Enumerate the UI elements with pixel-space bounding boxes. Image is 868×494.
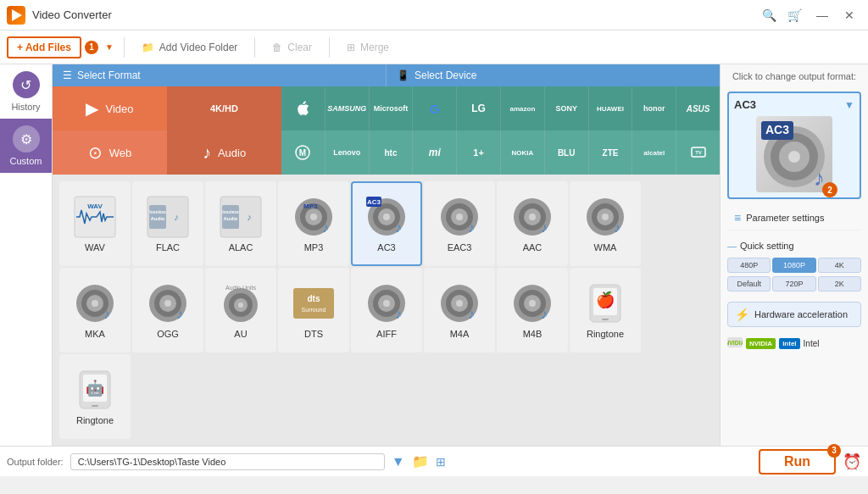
merge-button[interactable]: ⊞ Merge — [337, 38, 399, 57]
brand-google[interactable]: G — [413, 86, 457, 130]
svg-text:MP3: MP3 — [303, 203, 318, 210]
brand-sony[interactable]: SONY — [545, 86, 589, 130]
format-item-wav[interactable]: WAV WAV — [59, 181, 131, 266]
svg-text:TV: TV — [695, 150, 702, 155]
format-item-ogg[interactable]: ♪ OGG — [132, 268, 203, 352]
svg-text:lossless: lossless — [222, 209, 239, 214]
cat-4k-button[interactable]: 4K/HD — [167, 86, 281, 130]
res-4k[interactable]: 4K — [818, 258, 861, 273]
format-item-au[interactable]: Audio Units AU — [205, 268, 276, 352]
format-item-alac[interactable]: lossless Audio ♪ ALAC — [205, 181, 276, 266]
close-button[interactable]: ✕ — [837, 6, 861, 25]
toolbar: + Add Files 1 ▼ 📁 Add Video Folder 🗑 Cle… — [0, 31, 868, 64]
svg-text:♪: ♪ — [614, 220, 620, 235]
cat-web-button[interactable]: ⊙ Web — [53, 130, 167, 175]
parameter-icon: ≡ — [734, 211, 741, 225]
format-item-ringtone-android[interactable]: 🤖 Ringtone — [59, 354, 131, 439]
brand-honor[interactable]: honor — [632, 86, 676, 130]
res-480p[interactable]: 480P — [727, 258, 771, 273]
format-item-flac[interactable]: lossless Audio ♪ FLAC — [132, 181, 203, 266]
res-720p[interactable]: 720P — [772, 276, 815, 291]
parameter-settings-button[interactable]: ≡ Parameter settings — [727, 206, 861, 230]
format-item-mka[interactable]: ♪ MKA — [59, 268, 131, 352]
ringtone-apple-icon: 🍎 — [583, 281, 627, 325]
output-format-header: AC3 ▼ — [734, 98, 854, 111]
svg-point-48 — [92, 300, 98, 307]
output-format-name: AC3 — [734, 98, 756, 111]
format-item-m4b[interactable]: ♪ M4B — [497, 268, 568, 352]
brand-tv[interactable]: TV — [676, 130, 720, 175]
svg-point-66 — [383, 300, 390, 307]
aac-icon: ♪ — [510, 195, 554, 239]
brand-apple[interactable] — [281, 86, 326, 130]
brand-asus[interactable]: ASUS — [676, 86, 720, 130]
clear-button[interactable]: 🗑 Clear — [262, 38, 322, 57]
brand-microsoft[interactable]: Microsoft — [370, 86, 414, 130]
cat-video-label: Video — [105, 103, 133, 115]
separator-2 — [254, 37, 255, 58]
svg-text:WAV: WAV — [87, 203, 103, 210]
output-format-box[interactable]: AC3 ▼ AC3 ♪ 2 — [727, 92, 861, 199]
sidebar-item-custom[interactable]: ⚙ Custom — [0, 119, 52, 173]
resolution-grid-top: 480P 1080P 4K — [727, 258, 861, 273]
hw-icon: ⚡ — [735, 308, 749, 321]
output-folder-label: Output folder: — [7, 457, 64, 467]
cat-audio-button[interactable]: ♪ Audio — [167, 130, 281, 175]
format-item-aac[interactable]: ♪ AAC — [497, 181, 568, 266]
run-label: Run — [784, 454, 810, 469]
schedule-button[interactable]: ⏰ — [843, 452, 861, 471]
format-item-ac3[interactable]: AC3 ♪ AC3 — [351, 181, 422, 266]
svg-text:♪: ♪ — [103, 307, 110, 321]
format-item-m4a[interactable]: ♪ M4A — [424, 268, 495, 352]
cart-icon[interactable]: 🛒 — [785, 6, 804, 25]
format-item-wma[interactable]: ♪ WMA — [570, 181, 641, 266]
minimize-button[interactable]: — — [810, 6, 834, 25]
format-item-dts[interactable]: dts Surround DTS — [278, 268, 349, 352]
format-item-mp3[interactable]: MP3 ♪ MP3 — [278, 181, 349, 266]
sidebar-item-history[interactable]: ↺ History — [0, 64, 52, 119]
add-files-button[interactable]: + Add Files — [7, 36, 81, 58]
wma-label: WMA — [594, 242, 617, 253]
brand-xiaomi[interactable]: mi — [413, 130, 457, 175]
brand-oneplus[interactable]: 1+ — [457, 130, 501, 175]
svg-text:AC3: AC3 — [367, 198, 381, 206]
add-folder-button[interactable]: 📁 Add Video Folder — [131, 38, 248, 57]
browse-folder-button[interactable]: ▼ — [392, 454, 405, 469]
wma-icon: ♪ — [583, 195, 627, 239]
brand-blu[interactable]: BLU — [545, 130, 589, 175]
res-default[interactable]: Default — [727, 276, 771, 291]
res-1080p[interactable]: 1080P — [772, 258, 815, 273]
brand-alcatel[interactable]: alcatel — [632, 130, 676, 175]
right-panel: Click to change output format: AC3 ▼ AC3… — [720, 64, 868, 446]
brand-nokia[interactable]: NOKIA — [501, 130, 545, 175]
res-2k[interactable]: 2K — [818, 276, 861, 291]
folder-action-button[interactable]: ⊞ — [436, 455, 446, 469]
brand-zte[interactable]: ZTE — [589, 130, 633, 175]
search-icon[interactable]: 🔍 — [760, 6, 778, 25]
open-folder-button[interactable]: 📁 — [412, 453, 429, 469]
format-left-categories: ▶ Video 4K/HD ⊙ Web ♪ Audio — [53, 86, 281, 175]
add-files-dropdown[interactable]: ▼ — [102, 39, 117, 55]
format-item-ringtone-apple[interactable]: 🍎 Ringtone — [570, 268, 641, 352]
brand-huawei[interactable]: HUAWEI — [589, 86, 633, 130]
svg-point-58 — [238, 303, 243, 308]
brand-amazon[interactable]: amazon — [501, 86, 545, 130]
brand-lenovo[interactable]: Lenovo — [326, 130, 370, 175]
svg-rect-60 — [293, 288, 334, 319]
custom-icon: ⚙ — [13, 125, 40, 153]
quick-settings-label: Quick setting — [740, 241, 794, 251]
window-controls: — ✕ — [810, 6, 861, 25]
brand-htc[interactable]: htc — [370, 130, 414, 175]
cat-video-button[interactable]: ▶ Video — [53, 86, 167, 130]
format-item-eac3[interactable]: ♪ EAC3 — [424, 181, 495, 266]
hardware-acceleration-button[interactable]: ⚡ Hardware acceleration — [727, 302, 861, 327]
format-header-icon: ☰ — [63, 69, 72, 81]
cat-web-label: Web — [109, 147, 132, 159]
brand-lg[interactable]: LG — [457, 86, 501, 130]
brand-samsung[interactable]: SAMSUNG — [326, 86, 370, 130]
output-folder-path[interactable]: C:\Users\TG-1\Desktop\Taste Video — [70, 453, 385, 470]
format-item-aiff[interactable]: ♪ AIFF — [351, 268, 422, 352]
run-button[interactable]: Run 3 — [759, 449, 836, 475]
format-dropdown-arrow[interactable]: ▼ — [844, 99, 854, 111]
brand-motorola[interactable]: M — [281, 130, 326, 175]
